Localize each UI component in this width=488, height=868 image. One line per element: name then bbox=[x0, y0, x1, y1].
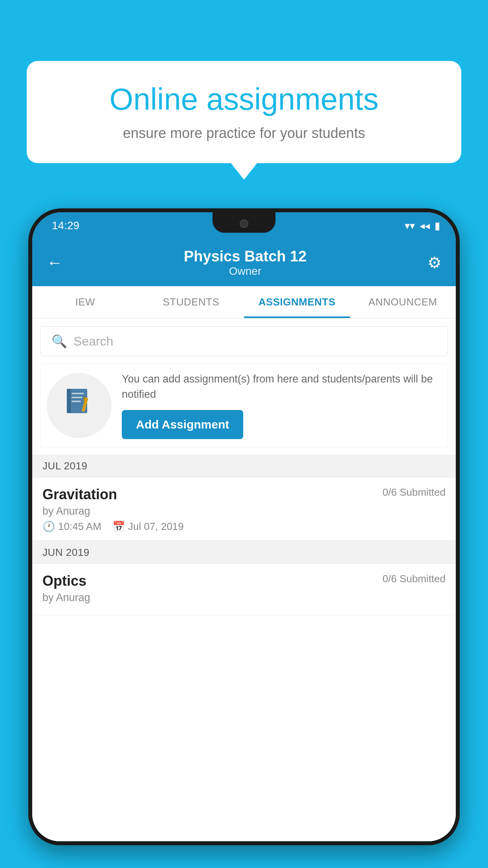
header-title: Physics Batch 12 bbox=[184, 248, 307, 265]
assignment-time-gravitation: 🕐 10:45 AM bbox=[42, 520, 101, 533]
phone-screen: 14:29 ▾▾ ◂◂ ▮ ← Physics Batch 12 Owner ⚙ bbox=[32, 212, 456, 841]
tab-assignments[interactable]: ASSIGNMENTS bbox=[244, 286, 350, 318]
assignment-row1: Gravitation 0/6 Submitted bbox=[42, 486, 446, 503]
svg-rect-1 bbox=[67, 389, 71, 413]
assignment-date-gravitation: 📅 Jul 07, 2019 bbox=[112, 520, 184, 533]
phone-frame: 14:29 ▾▾ ◂◂ ▮ ← Physics Batch 12 Owner ⚙ bbox=[28, 208, 460, 845]
assignment-item-gravitation[interactable]: Gravitation 0/6 Submitted by Anurag 🕐 10… bbox=[32, 478, 456, 541]
battery-icon: ▮ bbox=[435, 220, 440, 232]
svg-rect-3 bbox=[72, 397, 83, 398]
screen-content: 🔍 Search bbox=[32, 318, 456, 841]
search-bar[interactable]: 🔍 Search bbox=[40, 326, 448, 356]
phone-container: 14:29 ▾▾ ◂◂ ▮ ← Physics Batch 12 Owner ⚙ bbox=[28, 208, 460, 868]
phone-camera bbox=[240, 219, 248, 228]
calendar-icon: 📅 bbox=[112, 520, 125, 533]
empty-state-card: You can add assignment(s) from here and … bbox=[40, 363, 448, 447]
section-header-jun-2019: JUN 2019 bbox=[32, 541, 456, 564]
assignment-row1-optics: Optics 0/6 Submitted bbox=[42, 573, 446, 589]
svg-rect-4 bbox=[72, 401, 81, 402]
tab-iew[interactable]: IEW bbox=[32, 286, 138, 318]
status-time: 14:29 bbox=[52, 219, 79, 232]
svg-rect-2 bbox=[72, 393, 84, 394]
empty-description: You can add assignment(s) from here and … bbox=[122, 371, 441, 402]
assignment-by-gravitation: by Anurag bbox=[42, 505, 446, 517]
empty-state-icon-circle bbox=[47, 373, 112, 438]
header-subtitle: Owner bbox=[184, 265, 307, 278]
phone-notch bbox=[213, 212, 275, 233]
tab-students[interactable]: STUDENTS bbox=[138, 286, 244, 318]
assignment-by-optics: by Anurag bbox=[42, 592, 446, 604]
tab-bar: IEW STUDENTS ASSIGNMENTS ANNOUNCEM bbox=[32, 286, 456, 318]
assignment-title-gravitation: Gravitation bbox=[42, 486, 117, 503]
search-icon: 🔍 bbox=[51, 334, 67, 349]
tab-announcements[interactable]: ANNOUNCEM bbox=[350, 286, 456, 318]
assignment-submitted-gravitation: 0/6 Submitted bbox=[383, 486, 446, 498]
assignment-submitted-optics: 0/6 Submitted bbox=[383, 573, 446, 585]
status-icons: ▾▾ ◂◂ ▮ bbox=[405, 220, 440, 232]
back-button[interactable]: ← bbox=[46, 253, 63, 272]
clock-icon: 🕐 bbox=[42, 520, 55, 533]
empty-text-block: You can add assignment(s) from here and … bbox=[122, 371, 441, 439]
header-title-block: Physics Batch 12 Owner bbox=[184, 248, 307, 278]
add-assignment-button[interactable]: Add Assignment bbox=[122, 410, 243, 439]
speech-bubble: Online assignments ensure more practice … bbox=[27, 61, 461, 163]
notebook-icon bbox=[64, 386, 95, 424]
assignment-title-optics: Optics bbox=[42, 573, 86, 589]
assignment-item-optics[interactable]: Optics 0/6 Submitted by Anurag bbox=[32, 564, 456, 615]
wifi-icon: ▾▾ bbox=[405, 220, 415, 232]
speech-bubble-title: Online assignments bbox=[54, 83, 434, 116]
assignment-meta-gravitation: 🕐 10:45 AM 📅 Jul 07, 2019 bbox=[42, 520, 446, 533]
section-header-jul-2019: JUL 2019 bbox=[32, 454, 456, 478]
speech-bubble-subtitle: ensure more practice for your students bbox=[54, 125, 434, 142]
signal-icon: ◂◂ bbox=[420, 220, 430, 232]
search-placeholder: Search bbox=[73, 334, 113, 349]
speech-bubble-container: Online assignments ensure more practice … bbox=[27, 61, 461, 163]
settings-icon[interactable]: ⚙ bbox=[427, 254, 442, 272]
app-header: ← Physics Batch 12 Owner ⚙ bbox=[32, 239, 456, 286]
